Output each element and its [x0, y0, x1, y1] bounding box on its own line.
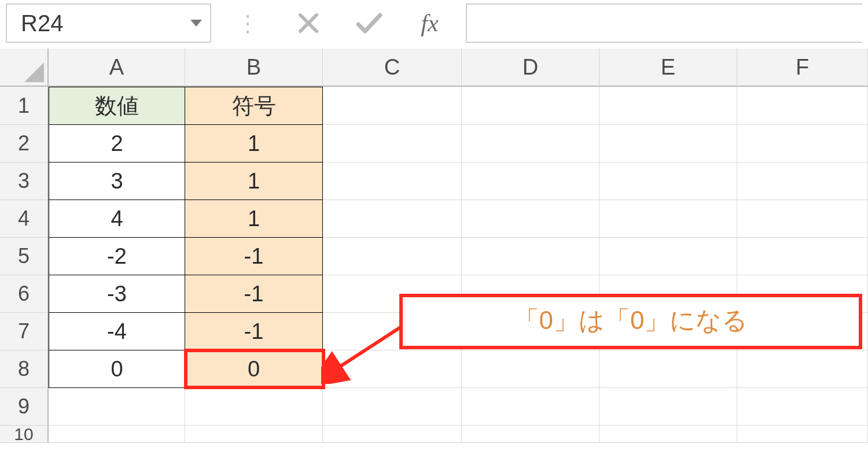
row-header-5[interactable]: 5 — [0, 238, 49, 275]
column-header-F[interactable]: F — [737, 49, 868, 87]
cell-B2[interactable]: 1 — [185, 125, 323, 162]
cell-F3[interactable] — [737, 162, 868, 200]
cell-A8[interactable]: 0 — [49, 350, 185, 388]
enter-button[interactable] — [344, 3, 393, 43]
cell-C5[interactable] — [323, 238, 462, 275]
name-box-value: R24 — [21, 10, 63, 36]
table-row: 8 0 0 — [0, 350, 868, 388]
table-row: 3 3 1 — [0, 162, 868, 200]
row-header-9[interactable]: 9 — [0, 388, 49, 426]
column-header-row: A B C D E F — [0, 49, 868, 87]
cell-F1[interactable] — [737, 87, 868, 125]
x-icon — [297, 12, 320, 35]
row-header-8[interactable]: 8 — [0, 350, 49, 388]
cell-F9[interactable] — [737, 388, 868, 426]
select-all-button[interactable] — [0, 49, 49, 87]
cell-A9[interactable] — [49, 388, 185, 426]
column-header-D[interactable]: D — [462, 49, 599, 87]
cell-C9[interactable] — [323, 388, 462, 426]
row-header-10[interactable]: 10 — [0, 426, 49, 443]
cell-F8[interactable] — [737, 350, 868, 388]
rows-container: 1 数値 符号 2 2 1 3 3 1 — [0, 87, 868, 443]
table-row: 5 -2 -1 — [0, 238, 868, 275]
cell-C8[interactable] — [323, 350, 462, 388]
row-header-1[interactable]: 1 — [0, 87, 49, 125]
check-icon — [355, 10, 384, 36]
cell-E1[interactable] — [599, 87, 737, 125]
cell-B1[interactable]: 符号 — [185, 87, 323, 125]
cell-A4[interactable]: 4 — [49, 200, 185, 238]
cell-A6[interactable]: -3 — [49, 275, 185, 313]
table-row: 10 — [0, 426, 868, 443]
row-header-3[interactable]: 3 — [0, 162, 49, 200]
cell-E8[interactable] — [599, 350, 737, 388]
fx-button[interactable]: fx — [405, 3, 454, 43]
table-row: 9 — [0, 388, 868, 426]
table-row: 1 数値 符号 — [0, 87, 868, 125]
cell-C3[interactable] — [323, 162, 462, 200]
cell-F10[interactable] — [737, 426, 868, 443]
cell-A7[interactable]: -4 — [49, 313, 185, 350]
cell-E10[interactable] — [599, 426, 737, 443]
cancel-button[interactable] — [284, 3, 333, 43]
cell-D5[interactable] — [462, 238, 599, 275]
cell-A5[interactable]: -2 — [49, 238, 185, 275]
dropdown-icon[interactable] — [190, 20, 202, 27]
table-row: 2 2 1 — [0, 125, 868, 162]
cell-C4[interactable] — [323, 200, 462, 238]
cell-D3[interactable] — [462, 162, 599, 200]
formula-input[interactable] — [466, 3, 862, 43]
cell-B8[interactable]: 0 — [185, 350, 323, 388]
row-header-7[interactable]: 7 — [0, 313, 49, 350]
cell-E2[interactable] — [599, 125, 737, 162]
cell-A1[interactable]: 数値 — [49, 87, 185, 125]
cell-E9[interactable] — [599, 388, 737, 426]
cell-D1[interactable] — [462, 87, 599, 125]
cell-D9[interactable] — [462, 388, 599, 426]
cell-C10[interactable] — [323, 426, 462, 443]
cell-A10[interactable] — [49, 426, 185, 443]
cell-B6[interactable]: -1 — [185, 275, 323, 313]
cell-B7[interactable]: -1 — [185, 313, 323, 350]
handle-icon[interactable]: ⋮ — [223, 3, 272, 43]
cell-B9[interactable] — [185, 388, 323, 426]
cell-C2[interactable] — [323, 125, 462, 162]
name-box[interactable]: R24 — [6, 3, 211, 43]
row-header-2[interactable]: 2 — [0, 125, 49, 162]
callout-text: 「0」は「0」になる — [514, 304, 748, 338]
column-header-C[interactable]: C — [323, 49, 462, 87]
cell-B5[interactable]: -1 — [185, 238, 323, 275]
cell-A2[interactable]: 2 — [49, 125, 185, 162]
cell-D8[interactable] — [462, 350, 599, 388]
cell-D4[interactable] — [462, 200, 599, 238]
table-row: 4 4 1 — [0, 200, 868, 238]
cell-B10[interactable] — [185, 426, 323, 443]
cell-D2[interactable] — [462, 125, 599, 162]
fx-icon: fx — [421, 9, 438, 37]
column-header-B[interactable]: B — [185, 49, 323, 87]
cell-B4[interactable]: 1 — [185, 200, 323, 238]
cell-F5[interactable] — [737, 238, 868, 275]
cell-C1[interactable] — [323, 87, 462, 125]
cell-B3[interactable]: 1 — [185, 162, 323, 200]
cell-F2[interactable] — [737, 125, 868, 162]
callout-box: 「0」は「0」になる — [399, 294, 862, 349]
row-header-4[interactable]: 4 — [0, 200, 49, 238]
cell-E4[interactable] — [599, 200, 737, 238]
cell-E5[interactable] — [599, 238, 737, 275]
row-header-6[interactable]: 6 — [0, 275, 49, 313]
worksheet: A B C D E F 1 数値 符号 2 2 1 3 — [0, 49, 868, 443]
column-header-E[interactable]: E — [599, 49, 737, 87]
column-header-A[interactable]: A — [49, 49, 185, 87]
cell-D10[interactable] — [462, 426, 599, 443]
cell-E3[interactable] — [599, 162, 737, 200]
formula-bar: R24 ⋮ fx — [0, 0, 868, 49]
cell-F4[interactable] — [737, 200, 868, 238]
cell-A3[interactable]: 3 — [49, 162, 185, 200]
